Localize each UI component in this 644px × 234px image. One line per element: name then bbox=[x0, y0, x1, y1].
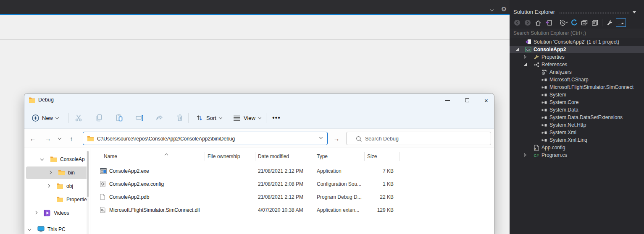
chevron-down-icon[interactable] bbox=[633, 11, 636, 13]
view-button[interactable]: View bbox=[233, 111, 261, 125]
tree-item-system-data[interactable]: System.Data bbox=[510, 106, 644, 114]
address-bar-input[interactable]: C:\Users\source\repos\ConsoleApp2\Consol… bbox=[83, 132, 328, 145]
tree-item-analyzers[interactable]: iAnalyzers bbox=[510, 68, 644, 76]
chevron-down-icon[interactable] bbox=[28, 227, 31, 231]
circle-forward-icon bbox=[524, 19, 531, 26]
up-button[interactable]: ↑ bbox=[66, 133, 77, 144]
pending-changes-filter-button[interactable] bbox=[559, 18, 568, 27]
screen: ⚙ Solution Explorer Search Solution Expl… bbox=[0, 0, 644, 234]
refresh-button[interactable] bbox=[570, 18, 578, 27]
column-separator[interactable] bbox=[205, 152, 205, 161]
column-separator[interactable] bbox=[400, 152, 400, 161]
copy-button[interactable] bbox=[94, 113, 104, 123]
nav-item-videos[interactable]: Videos bbox=[24, 207, 87, 219]
column-header-type[interactable]: Type bbox=[317, 153, 328, 159]
chevron-down-icon[interactable] bbox=[319, 135, 323, 139]
file-row-consoleapp2-exe[interactable]: ConsoleApp2.exe21/08/2021 2:12 PMApplica… bbox=[90, 165, 494, 178]
tree-item-program-cs[interactable]: C#Program.cs bbox=[510, 151, 644, 159]
solution-icon bbox=[525, 39, 531, 45]
expander-collapsed-icon[interactable] bbox=[523, 55, 527, 59]
column-header-file-ownership[interactable]: File ownership bbox=[208, 153, 240, 159]
expander-expanded-icon[interactable] bbox=[515, 47, 519, 51]
svg-text:C#: C# bbox=[534, 153, 539, 158]
column-header-date-modified[interactable]: Date modified bbox=[258, 153, 289, 159]
recent-locations-button[interactable] bbox=[55, 133, 64, 144]
nav-item-this-pc[interactable]: This PC bbox=[24, 223, 87, 234]
share-button[interactable] bbox=[155, 113, 165, 123]
nav-item-obj[interactable]: obj bbox=[24, 180, 87, 192]
tree-item-microsoft-flightsimulator-simconnect[interactable]: Microsoft.FlightSimulator.SimConnect bbox=[510, 83, 644, 91]
nav-item-propertie[interactable]: Propertie bbox=[24, 193, 87, 206]
explorer-titlebar[interactable]: Debug × bbox=[24, 94, 494, 107]
preview-selected-items-button[interactable] bbox=[616, 18, 626, 27]
tree-item-system-net-http[interactable]: System.Net.Http bbox=[510, 121, 644, 129]
delete-button[interactable] bbox=[175, 113, 185, 123]
maximize-button[interactable] bbox=[457, 94, 476, 107]
drag-grip bbox=[559, 11, 630, 14]
column-header-size[interactable]: Size bbox=[367, 153, 377, 159]
solution-explorer-titlebar[interactable]: Solution Explorer bbox=[510, 8, 644, 17]
sync-with-active-document-button[interactable] bbox=[544, 18, 553, 27]
tree-item-app-config[interactable]: App.config bbox=[510, 144, 644, 151]
column-separator[interactable] bbox=[364, 152, 365, 161]
tree-item-system-data-datasetextensions[interactable]: System.Data.DataSetExtensions bbox=[510, 114, 644, 121]
show-all-files-button[interactable] bbox=[591, 18, 599, 27]
nav-item-consoleap[interactable]: ConsoleAp bbox=[24, 153, 87, 166]
gear-icon[interactable]: ⚙ bbox=[501, 5, 507, 13]
tree-item-system-core[interactable]: System.Core bbox=[510, 99, 644, 106]
cut-button[interactable] bbox=[74, 113, 84, 123]
paste-icon bbox=[115, 114, 124, 122]
file-row-microsoft-flightsimulator-simconnect-dll[interactable]: Microsoft.FlightSimulator.SimConnect.dll… bbox=[90, 204, 494, 217]
chevron-right-icon[interactable] bbox=[34, 211, 37, 214]
chevron-right-icon[interactable] bbox=[47, 184, 50, 187]
search-input[interactable]: Search Debug bbox=[346, 132, 491, 145]
tree-item-system-xml[interactable]: System.Xml bbox=[510, 129, 644, 136]
collapse-all-button[interactable] bbox=[580, 18, 589, 27]
nav-item-label: ConsoleAp bbox=[60, 156, 85, 162]
sort-button[interactable]: Sort bbox=[196, 111, 222, 125]
file-row-consoleapp2-exe-config[interactable]: ConsoleApp2.exe.config21/08/2021 2:08 PM… bbox=[90, 178, 494, 191]
solution-explorer-search[interactable]: Search Solution Explorer (Ctrl+;) bbox=[510, 29, 644, 38]
chevron-right-icon[interactable] bbox=[48, 171, 52, 174]
properties-button[interactable] bbox=[605, 18, 614, 27]
back-button[interactable] bbox=[513, 18, 521, 27]
column-separator[interactable] bbox=[255, 152, 255, 161]
folder-icon bbox=[58, 169, 65, 175]
tree-item-label: Program.cs bbox=[541, 152, 567, 158]
circle-back-icon bbox=[514, 19, 520, 26]
paste-button[interactable] bbox=[114, 113, 124, 123]
chevron-down-icon[interactable] bbox=[40, 157, 44, 161]
exe-file-icon bbox=[100, 168, 107, 174]
tree-item-solution-consoleapp2-1-of-1-project[interactable]: Solution 'ConsoleApp2' (1 of 1 project) bbox=[510, 38, 644, 46]
file-row-consoleapp2-pdb[interactable]: ConsoleApp2.pdb21/08/2021 2:12 PMProgram… bbox=[90, 191, 494, 204]
tree-item-properties[interactable]: Properties bbox=[510, 53, 644, 61]
go-button[interactable]: → bbox=[331, 133, 342, 144]
minimize-button[interactable] bbox=[438, 94, 457, 107]
rename-button[interactable] bbox=[134, 113, 145, 123]
tree-item-consoleapp2[interactable]: C#ConsoleApp2 bbox=[510, 46, 644, 53]
expander-expanded-icon[interactable] bbox=[523, 62, 527, 66]
tree-item-label: System.Core bbox=[549, 99, 578, 105]
sort-ascending-icon bbox=[165, 153, 168, 157]
nav-item-bin[interactable]: bin bbox=[26, 166, 88, 179]
tree-item-system-xml-linq[interactable]: System.Xml.Linq bbox=[510, 136, 644, 144]
column-separator[interactable] bbox=[314, 152, 314, 161]
forward-button[interactable]: → bbox=[42, 133, 54, 144]
vs-editor-divider bbox=[0, 39, 510, 39]
tree-item-microsoft-csharp[interactable]: Microsoft.CSharp bbox=[510, 76, 644, 83]
forward-button[interactable] bbox=[523, 18, 532, 27]
expander-collapsed-icon[interactable] bbox=[523, 153, 527, 157]
nav-item-label: This PC bbox=[47, 226, 66, 232]
tree-item-system[interactable]: System bbox=[510, 91, 644, 99]
file-date-modified: 21/08/2021 2:12 PM bbox=[258, 168, 303, 174]
nav-scrollbar[interactable] bbox=[87, 151, 89, 234]
column-header-name[interactable]: Name bbox=[104, 153, 117, 159]
new-button[interactable]: New bbox=[32, 111, 58, 125]
toolbar-separator bbox=[556, 19, 556, 26]
tree-item-references[interactable]: References bbox=[510, 61, 644, 68]
see-more-button[interactable]: ••• bbox=[272, 111, 281, 125]
back-button[interactable]: ← bbox=[27, 133, 39, 144]
wrench-icon bbox=[607, 20, 613, 26]
home-button[interactable] bbox=[534, 18, 542, 27]
close-button[interactable]: × bbox=[477, 94, 494, 107]
